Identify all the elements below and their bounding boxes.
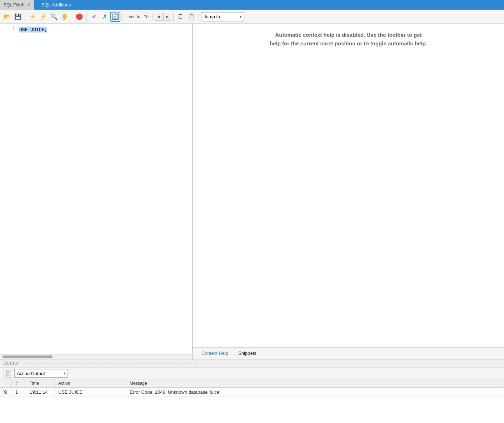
action-output-select-wrapper: Action Output bbox=[14, 369, 68, 378]
output-table: # Time Action Message ⊗ 1 19:11:14 USE J… bbox=[0, 379, 504, 423]
separator-4 bbox=[123, 13, 123, 21]
stop-button[interactable]: 🛑 bbox=[74, 12, 84, 22]
refresh-button[interactable]: 🔄 bbox=[110, 12, 120, 22]
separator-7 bbox=[199, 13, 199, 21]
row-time: 19:11:14 bbox=[26, 388, 55, 397]
row-action: USE JUICE bbox=[55, 388, 126, 397]
save-icon: 💾 bbox=[14, 13, 21, 20]
separator-3 bbox=[86, 13, 87, 21]
code-line-1: USE JUICE; bbox=[19, 26, 189, 34]
open-folder-button[interactable]: 📂 bbox=[2, 12, 12, 22]
sql-file-tab[interactable]: SQL File 6 ✕ bbox=[0, 0, 34, 10]
explain-icon: ⚡ bbox=[40, 13, 47, 20]
row-number: 1 bbox=[12, 388, 26, 397]
cancel-icon: ✗ bbox=[103, 13, 107, 20]
limit-label: Limit to bbox=[126, 14, 140, 19]
hand-icon: ✋ bbox=[61, 13, 68, 20]
results-table: # Time Action Message ⊗ 1 19:11:14 USE J… bbox=[0, 379, 504, 397]
error-icon: ⊗ bbox=[4, 389, 8, 395]
tab-bar: SQL File 6 ✕ SQL Additions bbox=[0, 0, 504, 10]
scrollbar-thumb bbox=[3, 355, 53, 358]
x-button[interactable]: ✗ bbox=[100, 12, 110, 22]
save-button[interactable]: 💾 bbox=[13, 12, 23, 22]
hand-button[interactable]: ✋ bbox=[60, 12, 70, 22]
editor-scrollbar[interactable] bbox=[0, 354, 192, 359]
sql-additions-tab-label: SQL Additions bbox=[41, 2, 71, 8]
code-value: JUICE; bbox=[28, 27, 47, 33]
action-output-select[interactable]: Action Output bbox=[14, 369, 68, 378]
context-help-button[interactable]: 🗒 bbox=[176, 12, 186, 22]
jump-to-wrapper: Jump to bbox=[201, 12, 244, 21]
table-row: ⊗ 1 19:11:14 USE JUICE Error Code: 1049.… bbox=[0, 388, 504, 397]
check-icon: ✔ bbox=[92, 13, 96, 20]
output-section: Output ·································… bbox=[0, 359, 504, 423]
col-action: Action bbox=[55, 379, 126, 388]
context-help-text: Automatic context help is disabled. Use … bbox=[259, 24, 438, 55]
editor-panel: 1 USE JUICE; bbox=[0, 24, 193, 359]
limit-value: 10 bbox=[144, 14, 149, 19]
folder-icon: 📂 bbox=[4, 13, 11, 20]
tab-label: SQL File 6 bbox=[4, 3, 24, 8]
col-hash: # bbox=[12, 379, 26, 388]
jump-to-container: Jump to bbox=[201, 12, 244, 21]
search-button[interactable]: 🔍 bbox=[49, 12, 59, 22]
main-toolbar: 📂 💾 ⚡ ⚡ 🔍 ✋ 🛑 ✔ ✗ 🔄 Limit to 10 ◀ ▶ 🗒 📋 bbox=[0, 10, 504, 24]
row-status-icon: ⊗ bbox=[0, 388, 12, 397]
output-toolbar: 📋 Action Output bbox=[0, 368, 504, 379]
help-icon: 🗒 bbox=[178, 13, 184, 20]
close-icon[interactable]: ✕ bbox=[27, 3, 30, 7]
editor-area[interactable]: 1 USE JUICE; bbox=[0, 24, 192, 354]
nav-next-button[interactable]: ▶ bbox=[163, 13, 171, 21]
separator-6 bbox=[173, 13, 174, 21]
nav-prev-icon: ◀ bbox=[157, 15, 160, 19]
panel-tabs: Context Help Snippets bbox=[193, 347, 504, 359]
separator-1 bbox=[25, 13, 25, 21]
tab-snippets[interactable]: Snippets bbox=[233, 348, 261, 358]
code-keyword: USE JUICE; bbox=[19, 27, 47, 33]
context-help-line2: help for the current caret position or t… bbox=[270, 39, 427, 48]
row-message: Error Code: 1049. Unknown database 'juic… bbox=[126, 388, 504, 397]
code-area[interactable]: USE JUICE; bbox=[18, 24, 192, 354]
help-toggle-icon: 📋 bbox=[188, 13, 195, 21]
help-toggle-button[interactable]: 📋 bbox=[186, 12, 196, 22]
tab-context-help[interactable]: Context Help bbox=[196, 348, 233, 358]
nav-next-icon: ▶ bbox=[166, 15, 169, 19]
separator-5 bbox=[152, 13, 153, 21]
line-number-1: 1 bbox=[4, 26, 15, 32]
copy-icon-button[interactable]: 📋 bbox=[4, 369, 12, 378]
copy-icon: 📋 bbox=[5, 370, 11, 376]
col-status bbox=[0, 379, 12, 388]
keyword-use: USE bbox=[19, 27, 28, 33]
table-header-row: # Time Action Message bbox=[0, 379, 504, 388]
col-time: Time bbox=[26, 379, 55, 388]
output-header-label: Output bbox=[4, 361, 19, 366]
separator-2 bbox=[72, 13, 72, 21]
explain-button[interactable]: ⚡ bbox=[38, 12, 48, 22]
nav-prev-button[interactable]: ◀ bbox=[155, 13, 163, 21]
output-header: Output ·································… bbox=[0, 359, 504, 368]
col-message: Message bbox=[126, 379, 504, 388]
line-numbers: 1 bbox=[0, 24, 18, 354]
sql-additions-panel: Automatic context help is disabled. Use … bbox=[193, 24, 504, 359]
execute-button[interactable]: ⚡ bbox=[28, 12, 38, 22]
search-icon: 🔍 bbox=[50, 13, 58, 20]
sql-additions-tab[interactable]: SQL Additions bbox=[34, 0, 504, 10]
context-help-line1: Automatic context help is disabled. Use … bbox=[270, 31, 427, 39]
main-content: 1 USE JUICE; Automatic context help is d… bbox=[0, 24, 504, 359]
jump-to-select[interactable]: Jump to bbox=[201, 12, 244, 21]
refresh-icon: 🔄 bbox=[112, 13, 119, 20]
lightning-icon: ⚡ bbox=[29, 13, 36, 20]
stop-icon: 🛑 bbox=[76, 13, 83, 20]
check-button[interactable]: ✔ bbox=[89, 12, 99, 22]
